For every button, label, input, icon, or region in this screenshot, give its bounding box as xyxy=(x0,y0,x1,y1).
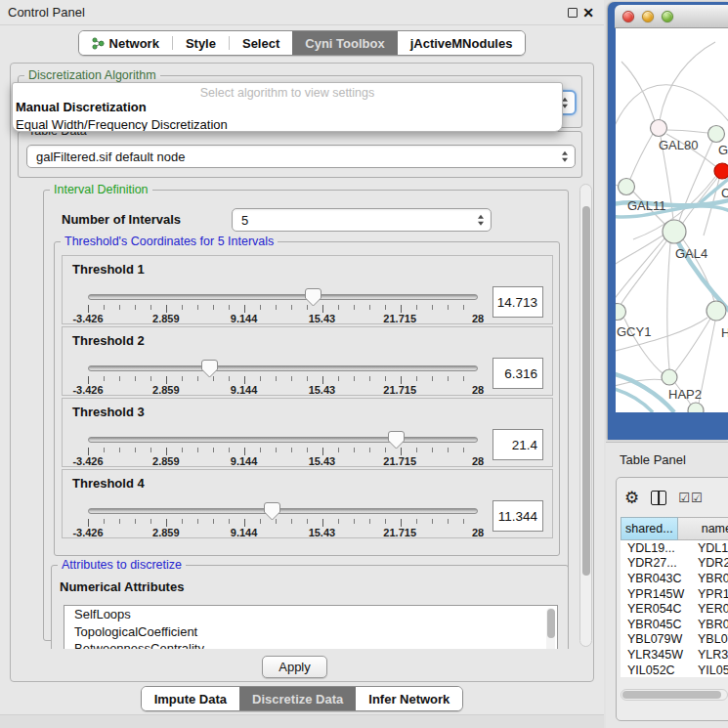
bottom-tabs-segment: Impute Data Discretize Data Infer Networ… xyxy=(141,686,464,711)
threshold-2-slider[interactable]: -3.426 2.859 9.144 15.43 21.715 28 xyxy=(88,364,478,395)
cell: YIL05 xyxy=(692,664,728,677)
slider-track[interactable] xyxy=(88,508,478,514)
cell: YER05 xyxy=(692,602,728,616)
threshold-1-slider[interactable]: -3.426 2.859 9.144 15.43 21.715 28 xyxy=(88,292,478,323)
slider-thumb[interactable] xyxy=(305,288,321,307)
table-row[interactable]: YBL079WYBL07 xyxy=(621,632,728,648)
threshold-3-slider[interactable]: -3.426 2.859 9.144 15.43 21.715 28 xyxy=(88,435,478,466)
thresholds-group: Threshold's Coordinates for 5 Intervals … xyxy=(54,241,560,556)
table-horizontal-scrollbar[interactable] xyxy=(621,689,728,701)
float-window-icon[interactable] xyxy=(565,5,580,21)
popup-item-manual-discretization[interactable]: Manual Discretization xyxy=(13,99,562,116)
scale-label: 21.715 xyxy=(383,527,416,538)
node-gal11[interactable] xyxy=(619,179,635,195)
node-gal80[interactable] xyxy=(651,120,667,137)
table-row[interactable]: YER054CYER05 xyxy=(621,601,728,617)
list-item-selfloops[interactable]: SelfLoops xyxy=(64,606,557,623)
threshold-3-value-field[interactable]: 21.4 xyxy=(492,429,543,460)
tab-impute-data[interactable]: Impute Data xyxy=(142,687,239,710)
table-row[interactable]: YBR045CYBR04 xyxy=(621,617,728,632)
combobox-stepper-icon xyxy=(478,215,484,226)
select-columns-checkboxes-icon[interactable]: ☑☑ xyxy=(678,492,703,504)
scale-label: 9.144 xyxy=(231,455,258,467)
cell: YDL19 xyxy=(692,541,728,555)
minimize-traffic-light-icon[interactable] xyxy=(642,11,654,22)
close-traffic-light-icon[interactable] xyxy=(622,11,634,22)
node-hap2[interactable] xyxy=(662,369,677,385)
slider-thumb[interactable] xyxy=(388,431,405,450)
thresholds-group-title: Threshold's Coordinates for 5 Intervals xyxy=(61,235,278,248)
node-label-gal11: GAL11 xyxy=(627,198,666,213)
scale-label: 2.859 xyxy=(152,455,180,467)
node-gal4[interactable] xyxy=(663,220,686,243)
table-row[interactable]: YIL052CYIL05 xyxy=(621,663,728,678)
threshold-1-value-field[interactable]: 14.713 xyxy=(492,286,543,318)
tab-style[interactable]: Style xyxy=(173,31,229,55)
cell: YLR34 xyxy=(692,648,728,662)
node-h[interactable] xyxy=(707,301,726,321)
panel-vertical-scrollbar[interactable] xyxy=(579,184,592,647)
table-data-combobox[interactable]: galFiltered.sif default node xyxy=(26,145,576,168)
zoom-traffic-light-icon[interactable] xyxy=(662,11,673,22)
tab-discretize-data[interactable]: Discretize Data xyxy=(239,687,356,710)
columns-icon[interactable] xyxy=(651,491,666,505)
network-view[interactable]: GAL80 GA C GAL11 GAL4 GCY1 H HAP2 xyxy=(616,28,728,412)
list-item-topologicalcoefficient[interactable]: TopologicalCoefficient xyxy=(64,623,557,641)
slider-major-ticks xyxy=(88,519,479,527)
threshold-2-value-field[interactable]: 6.316 xyxy=(492,358,543,389)
apply-button[interactable]: Apply xyxy=(262,656,327,678)
node-gcy1[interactable] xyxy=(616,304,626,321)
tab-infer-network-label: Infer Network xyxy=(368,692,450,707)
gear-icon[interactable]: ⚙ xyxy=(624,490,639,506)
table-panel: Table Panel ⚙ ☑☑ shared... name YDL19...… xyxy=(606,442,728,728)
list-item-betweennesscentrality[interactable]: BetweennessCentrality xyxy=(64,640,557,649)
node-label-gal80: GAL80 xyxy=(659,138,698,152)
tab-jactivemnodules[interactable]: jActiveMNodules xyxy=(398,31,526,55)
network-window-titlebar[interactable] xyxy=(615,5,728,28)
num-intervals-combobox[interactable]: 5 xyxy=(232,208,492,232)
scrollbar-thumb[interactable] xyxy=(547,609,555,638)
threshold-4-slider[interactable]: -3.426 2.859 9.144 15.43 21.715 28 xyxy=(88,506,478,537)
slider-thumb[interactable] xyxy=(201,360,218,378)
list-vertical-scrollbar[interactable] xyxy=(546,608,555,649)
scrollbar-thumb[interactable] xyxy=(622,691,721,699)
tab-discretize-data-label: Discretize Data xyxy=(252,692,343,707)
node-label-gal4: GAL4 xyxy=(675,246,707,261)
close-icon[interactable]: ✕ xyxy=(580,5,596,21)
threshold-2-label: Threshold 2 xyxy=(72,333,145,348)
table-row[interactable]: YBR043CYBR04 xyxy=(621,571,728,586)
tab-impute-data-label: Impute Data xyxy=(154,692,227,707)
table-row[interactable]: YDR27...YDR27 xyxy=(621,556,728,572)
scale-label: 15.43 xyxy=(309,384,336,396)
slider-track[interactable] xyxy=(88,294,478,300)
tab-network[interactable]: Network xyxy=(79,31,172,55)
scrollbar-thumb[interactable] xyxy=(582,206,590,576)
node-red[interactable] xyxy=(714,163,728,179)
table-row[interactable]: YLR345WYLR34 xyxy=(621,647,728,663)
slider-track[interactable] xyxy=(88,437,478,443)
bottom-strip xyxy=(0,714,604,728)
popup-item-equal-width[interactable]: Equal Width/Frequency Discretization xyxy=(13,116,562,132)
scale-label: -3.426 xyxy=(72,313,103,324)
table-panel-box: ⚙ ☑☑ shared... name YDL19...YDL19 YDR27.… xyxy=(616,477,728,721)
scale-label: -3.426 xyxy=(72,527,103,538)
scale-label: 9.144 xyxy=(231,527,258,538)
slider-track[interactable] xyxy=(88,365,478,371)
node-bottom-partial[interactable] xyxy=(688,403,704,412)
attributes-group-title: Attributes to discretize xyxy=(58,558,186,572)
cell: YDR27 xyxy=(692,556,728,570)
node-label-hap2: HAP2 xyxy=(668,387,702,402)
threshold-4-value-field[interactable]: 11.344 xyxy=(492,500,543,532)
tab-cyni-toolbox[interactable]: Cyni Toolbox xyxy=(292,31,397,55)
node-top-right[interactable] xyxy=(708,126,725,143)
tab-select[interactable]: Select xyxy=(230,31,292,55)
table-row[interactable]: YDL19...YDL19 xyxy=(621,540,728,556)
column-header-shared-name[interactable]: shared... xyxy=(621,517,678,540)
slider-thumb[interactable] xyxy=(264,502,280,521)
column-header-name[interactable]: name xyxy=(678,517,728,540)
tab-infer-network[interactable]: Infer Network xyxy=(356,687,462,710)
table-row[interactable]: YPR145WYPR14 xyxy=(621,586,728,602)
control-panel-titlebar: Control Panel ✕ xyxy=(0,0,604,25)
cell: YER054C xyxy=(621,602,692,616)
network-nodes[interactable] xyxy=(616,120,728,413)
